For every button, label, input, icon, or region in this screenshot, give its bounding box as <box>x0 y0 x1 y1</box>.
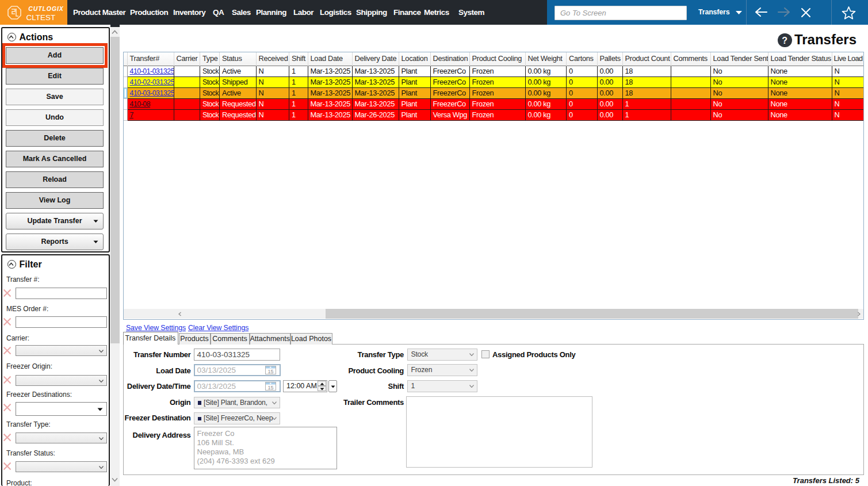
svg-text:15: 15 <box>267 368 273 374</box>
svg-text:15: 15 <box>267 384 273 390</box>
